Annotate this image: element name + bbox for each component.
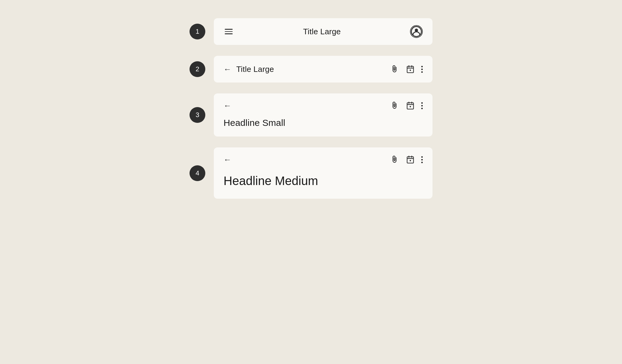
attach-icon — [390, 101, 399, 110]
card-4: ← — [214, 147, 432, 199]
svg-rect-7 — [407, 103, 414, 109]
more-button[interactable] — [421, 102, 423, 109]
attach-icon — [390, 155, 399, 164]
top-bar-title: Title Large — [236, 65, 390, 74]
row-1: 1 Title Large — [190, 18, 432, 45]
page-container: 1 Title Large 2 ← Title Large — [0, 18, 622, 210]
more-button[interactable] — [421, 66, 423, 73]
more-dot — [421, 102, 423, 104]
svg-point-16 — [410, 160, 411, 161]
row-2: 2 ← Title Large — [190, 56, 432, 83]
more-dot — [421, 69, 423, 70]
card-1: Title Large — [214, 18, 432, 45]
svg-point-11 — [410, 106, 411, 107]
back-button[interactable]: ← — [224, 102, 231, 110]
attach-button[interactable] — [390, 155, 399, 164]
card-4-headline: Headline Medium — [224, 174, 423, 188]
back-button[interactable]: ← — [224, 156, 231, 163]
badge-4: 4 — [190, 165, 205, 181]
row-3: 3 ← — [190, 93, 432, 136]
calendar-button[interactable] — [405, 155, 415, 164]
menu-icon-line — [225, 31, 233, 32]
badge-3: 3 — [190, 107, 205, 123]
more-dot — [421, 66, 423, 67]
app-bar-title: Title Large — [234, 27, 410, 36]
more-dot — [421, 105, 423, 106]
card-3-top-row: ← — [224, 101, 423, 110]
calendar-button[interactable] — [405, 101, 415, 110]
calendar-button[interactable] — [405, 64, 415, 74]
svg-point-6 — [410, 69, 411, 71]
calendar-icon — [406, 65, 415, 73]
row-4: 4 ← — [190, 147, 432, 199]
menu-icon-line — [225, 29, 233, 30]
more-dot — [421, 159, 423, 160]
attach-button[interactable] — [390, 101, 399, 110]
action-icons — [390, 64, 423, 74]
account-icon — [411, 26, 422, 37]
badge-1: 1 — [190, 24, 205, 39]
more-button[interactable] — [421, 156, 423, 163]
attach-icon — [390, 65, 399, 73]
calendar-icon — [406, 101, 415, 110]
card-4-top-row: ← — [224, 155, 423, 164]
action-icons — [390, 101, 423, 110]
more-dot — [421, 71, 423, 73]
menu-button[interactable] — [224, 28, 234, 35]
account-button[interactable] — [410, 25, 423, 38]
card-3-headline: Headline Small — [224, 118, 423, 128]
back-button[interactable]: ← — [224, 65, 231, 73]
action-icons — [390, 155, 423, 164]
attach-button[interactable] — [390, 64, 399, 74]
more-dot — [421, 162, 423, 163]
svg-point-1 — [415, 29, 418, 32]
card-3: ← — [214, 93, 432, 136]
card-2: ← Title Large — [214, 56, 432, 83]
badge-2: 2 — [190, 61, 205, 77]
menu-icon-line — [225, 33, 233, 34]
more-dot — [421, 108, 423, 109]
calendar-icon — [406, 155, 415, 164]
more-dot — [421, 156, 423, 158]
